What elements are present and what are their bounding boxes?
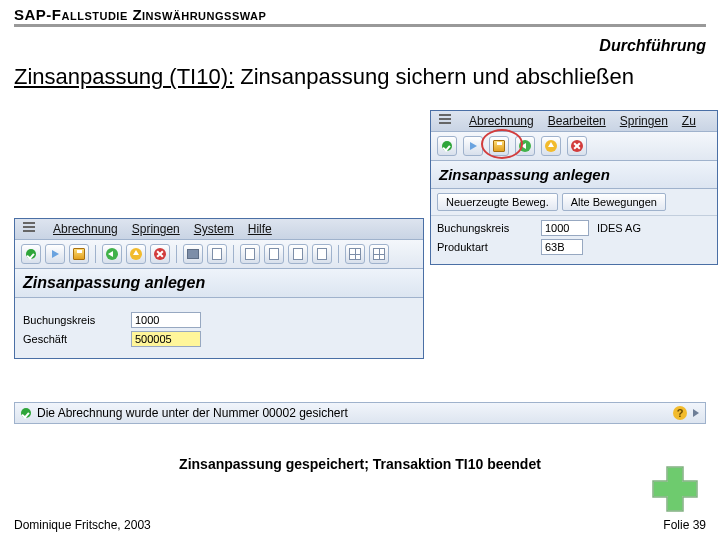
menu-item[interactable]: System <box>194 222 234 236</box>
window-subtitle: Zinsanpassung anlegen <box>431 161 717 189</box>
slide-caption: Zinsanpassung gespeichert; Transaktion T… <box>0 456 720 472</box>
separator <box>176 245 177 263</box>
menu-icon[interactable] <box>439 114 453 126</box>
menu-item[interactable]: Springen <box>620 114 668 128</box>
layout2-button[interactable] <box>369 244 389 264</box>
print-button[interactable] <box>183 244 203 264</box>
field-label: Produktart <box>437 241 533 253</box>
back-icon <box>519 140 531 152</box>
heading-rest: Zinsanpassung sichern und abschließen <box>234 64 634 89</box>
page-icon <box>317 248 327 260</box>
separator <box>233 245 234 263</box>
separator <box>95 245 96 263</box>
status-message: Die Abrechnung wurde unter der Nummer 00… <box>37 406 348 420</box>
old-movements-button[interactable]: Alte Bewegungen <box>562 193 666 211</box>
window-subtitle: Zinsanpassung anlegen <box>15 269 423 298</box>
grid-icon <box>349 248 361 260</box>
page-icon <box>245 248 255 260</box>
page-icon <box>212 248 222 260</box>
exit-button[interactable] <box>126 244 146 264</box>
save-button[interactable] <box>489 136 509 156</box>
back-icon <box>106 248 118 260</box>
heading-prefix: Zinsanpassung (TI10): <box>14 64 234 89</box>
cancel-icon <box>571 140 583 152</box>
grid-icon <box>373 248 385 260</box>
enter-button[interactable] <box>45 244 65 264</box>
product-type-field[interactable]: 63B <box>541 239 583 255</box>
check-icon <box>21 408 31 418</box>
slide-footer: Dominique Fritsche, 2003 Folie 39 <box>14 518 706 532</box>
exit-button[interactable] <box>541 136 561 156</box>
find-button[interactable] <box>207 244 227 264</box>
field-label: Buchungskreis <box>437 222 533 234</box>
menubar: Abrechnung Springen System Hilfe <box>15 219 423 240</box>
decorative-cross-icon <box>650 464 700 514</box>
check-icon <box>26 249 36 259</box>
company-code-field[interactable]: 1000 <box>131 312 201 328</box>
ok-button[interactable] <box>437 136 457 156</box>
separator <box>338 245 339 263</box>
back-button[interactable] <box>515 136 535 156</box>
field-label: Buchungskreis <box>23 314 123 326</box>
page-icon <box>293 248 303 260</box>
enter-button[interactable] <box>463 136 483 156</box>
play-icon <box>470 142 477 150</box>
footer-author: Dominique Fritsche, 2003 <box>14 518 151 532</box>
menu-item[interactable]: Springen <box>132 222 180 236</box>
menu-item[interactable]: Abrechnung <box>469 114 534 128</box>
form-row: Geschäft 500005 <box>23 331 415 347</box>
transaction-field[interactable]: 500005 <box>131 331 201 347</box>
field-label: Geschäft <box>23 333 123 345</box>
status-bar: Die Abrechnung wurde unter der Nummer 00… <box>14 402 706 424</box>
main-heading: Zinsanpassung (TI10): Zinsanpassung sich… <box>0 59 720 101</box>
new-movements-button[interactable]: Neuerzeugte Beweg. <box>437 193 558 211</box>
save-icon <box>493 140 505 152</box>
back-button[interactable] <box>102 244 122 264</box>
cancel-button[interactable] <box>150 244 170 264</box>
ok-button[interactable] <box>21 244 41 264</box>
form-row: Produktart 63B <box>437 239 711 255</box>
company-code-desc: IDES AG <box>597 222 641 234</box>
slide-title: SAP-Fallstudie Zinswährungsswap <box>14 6 706 27</box>
form-area: Buchungskreis 1000 Geschäft 500005 <box>15 298 423 358</box>
cancel-icon <box>154 248 166 260</box>
last-page-button[interactable] <box>312 244 332 264</box>
sap-window-right: Abrechnung Bearbeiten Springen Zu Zinsan… <box>430 110 718 265</box>
toolbar <box>15 240 423 269</box>
cancel-button[interactable] <box>567 136 587 156</box>
up-icon <box>130 248 142 260</box>
page-icon <box>269 248 279 260</box>
print-icon <box>187 249 199 259</box>
form-row: Buchungskreis 1000 IDES AG <box>437 220 711 236</box>
prev-page-button[interactable] <box>264 244 284 264</box>
footer-page: Folie 39 <box>663 518 706 532</box>
expand-icon[interactable] <box>693 409 699 417</box>
menu-item[interactable]: Hilfe <box>248 222 272 236</box>
menu-item[interactable]: Abrechnung <box>53 222 118 236</box>
save-icon <box>73 248 85 260</box>
menu-icon[interactable] <box>23 222 37 234</box>
toolbar <box>431 132 717 161</box>
form-row: Buchungskreis 1000 <box>23 312 415 328</box>
layout-button[interactable] <box>345 244 365 264</box>
first-page-button[interactable] <box>240 244 260 264</box>
form-area: Buchungskreis 1000 IDES AG Produktart 63… <box>431 216 717 264</box>
menu-item[interactable]: Zu <box>682 114 696 128</box>
next-page-button[interactable] <box>288 244 308 264</box>
check-icon <box>442 141 452 151</box>
slide-phase: Durchführung <box>0 29 720 59</box>
help-icon[interactable]: ? <box>673 406 687 420</box>
save-button[interactable] <box>69 244 89 264</box>
up-icon <box>545 140 557 152</box>
button-row: Neuerzeugte Beweg. Alte Bewegungen <box>431 189 717 216</box>
play-icon <box>52 250 59 258</box>
menubar: Abrechnung Bearbeiten Springen Zu <box>431 111 717 132</box>
company-code-field[interactable]: 1000 <box>541 220 589 236</box>
menu-item[interactable]: Bearbeiten <box>548 114 606 128</box>
slide-header: SAP-Fallstudie Zinswährungsswap <box>0 0 720 29</box>
sap-window-left: Abrechnung Springen System Hilfe Zinsanp… <box>14 218 424 359</box>
